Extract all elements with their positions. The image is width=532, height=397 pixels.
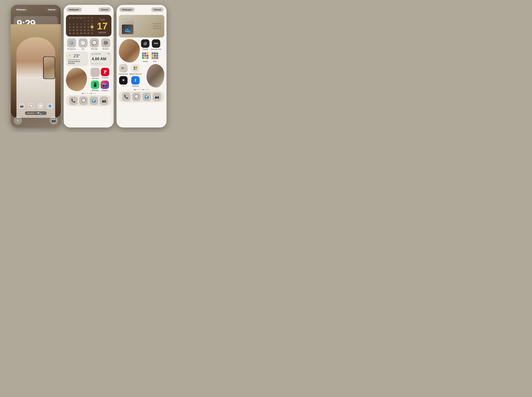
app-instagram[interactable]: 📷 Instagram: [101, 81, 109, 91]
dock-message[interactable]: 💬: [79, 97, 88, 105]
phone-in-hand-screen: [44, 57, 55, 79]
dock3-browser[interactable]: 🌍: [143, 93, 151, 101]
dot-active: [91, 93, 92, 94]
pinterest-icon: 𝐏: [101, 68, 109, 76]
dock3-phone[interactable]: 📞: [122, 93, 130, 101]
app-x[interactable]: ✕ X: [119, 76, 128, 87]
threads-label: Threads: [142, 48, 148, 50]
whatsapp-label: WhatsApp: [91, 90, 99, 91]
banner-school-text: SCHOOL LOS: [121, 18, 134, 20]
phone2-person-blob: [66, 68, 87, 91]
instagram-label: Instagram: [101, 90, 108, 91]
message-label: Message: [91, 48, 98, 50]
app-threads[interactable]: @ Threads: [141, 39, 149, 50]
instagram-icon: 📷: [101, 81, 109, 89]
icon-message[interactable]: 💬: [28, 103, 34, 109]
dock-button-camera[interactable]: 📷: [49, 116, 58, 124]
username-pill: annarra ♪ +🌧️💻🎮: [25, 111, 47, 115]
c-label: C: [17, 119, 19, 122]
app-pengaturan[interactable]: ⚙️ Pengaturan: [67, 38, 76, 50]
app-blue[interactable]: Blue: [151, 51, 159, 62]
alarm-days: M S S R K J S: [92, 63, 109, 65]
phone1-top-bar: Wallpaper Selesai: [11, 5, 61, 14]
phone3-dock: 📞 💬 🌍 📷: [119, 91, 164, 102]
calendar-grid: SunMonTueWedThuFriSat 123 4567 8910 1112…: [68, 17, 94, 35]
dock-browser[interactable]: 🌍: [90, 97, 98, 105]
google-icon: [141, 51, 149, 60]
app-members[interactable]: Ⓜ Members: [101, 38, 110, 50]
google-label: Google: [143, 61, 148, 62]
phone3-row2: ⊗ Gaming Hub ✕ X A: [119, 64, 164, 87]
phone2-wallpaper-button[interactable]: Wallpaper: [66, 7, 82, 12]
phone1-bottom-icons: 📷 💬 ✉️ 🔷: [14, 103, 58, 109]
phone1-bottom-dock: C 📷: [14, 116, 58, 124]
calendar-day-number: 17: [97, 21, 108, 31]
dot3-lines: [134, 89, 136, 90]
app-pinterest[interactable]: 𝐏 Pinterest: [101, 68, 109, 79]
app-jam[interactable]: 🕐 Jam: [79, 38, 88, 50]
dock-camera[interactable]: 📷: [100, 97, 108, 105]
x-icon: ✕: [119, 76, 127, 85]
camera-icon: 📷: [52, 118, 56, 123]
x-label: X: [123, 85, 124, 87]
weather-description: Sebagian Besar Berawan: [68, 61, 86, 64]
alarm-time: 4.00 AM: [92, 57, 109, 61]
calendar-header: SunMonTueWedThuFriSat: [68, 17, 94, 19]
message-icon: 💬: [90, 38, 99, 47]
app-facebook[interactable]: f Facebook: [129, 76, 142, 87]
app-google[interactable]: Google: [141, 51, 149, 62]
app-samsung-free[interactable]: FREE Samsung Free: [151, 39, 161, 50]
app-whatsapp[interactable]: 📱 WhatsApp: [91, 81, 99, 91]
phone1-wallpaper-button[interactable]: Wallpaper: [14, 7, 29, 12]
phone1-done-button[interactable]: Selesai: [45, 7, 58, 12]
dot3-6: [148, 89, 149, 90]
app-samsung[interactable]: Samsung: [91, 68, 100, 79]
phone-3: Wallpaper Selesai SCHOOL LOS 👟 KITAJIMA …: [117, 5, 167, 128]
phone3-top-bar: Wallpaper Selesai: [117, 5, 167, 14]
phone2-apps-row1: ⚙️ Pengaturan 🕐 Jam 💬 Message Ⓜ Members: [64, 37, 114, 50]
pengaturan-icon: ⚙️: [67, 38, 76, 47]
phone3-wallpaper-button[interactable]: Wallpaper: [120, 7, 135, 12]
icon-mail[interactable]: ✉️: [37, 103, 43, 109]
weather-temperature: 23°: [73, 53, 80, 58]
phone3-left-apps: ⊗ Gaming Hub ✕ X: [119, 64, 128, 87]
samsung-free-label: Samsung Free: [151, 48, 161, 50]
pengaturan-label: Pengaturan: [67, 48, 76, 50]
app-gaming-hub[interactable]: ⊗ Gaming Hub: [119, 64, 128, 75]
calendar-widget: SunMonTueWedThuFriSat 123 4567 8910 1112…: [66, 15, 111, 37]
dot3-5: [146, 89, 147, 90]
banner-right-col: KITAJIMA SHISPECIAL EV2018.3.13 TU: [134, 23, 162, 30]
icon-camera-flip[interactable]: 📷: [19, 103, 25, 109]
dock3-message[interactable]: 💬: [132, 93, 141, 101]
app-microsoft[interactable]: Aplikasi Microsoft: [129, 64, 142, 75]
pinterest-label: Pinterest: [102, 77, 108, 79]
dock-phone[interactable]: 📞: [69, 97, 78, 105]
dot3-1: [137, 89, 138, 90]
icon-extra[interactable]: 🔷: [47, 103, 53, 109]
weather-widget[interactable]: ⛅ 23° Kota Bandung Sebagian Besar Berawa…: [66, 51, 88, 66]
banner-left-col: SCHOOL LOS 👟: [121, 18, 134, 34]
samsung-label: Samsung: [92, 77, 98, 79]
dot3-active: [143, 89, 144, 90]
members-label: Members: [102, 48, 109, 50]
app-message[interactable]: 💬 Message: [90, 38, 99, 50]
alarm-set-info: 🛏 10.00 PM ⏰: [92, 53, 109, 55]
phone2-done-button[interactable]: Selesai: [98, 7, 111, 12]
dot-3: [89, 93, 90, 94]
phone2-apps-col: Samsung 𝐏 Pinterest 📱 WhatsApp 📷 Instagr…: [89, 68, 111, 91]
phone3-done-button[interactable]: Selesai: [151, 7, 164, 12]
apps-col-row1: Samsung 𝐏 Pinterest: [89, 68, 111, 79]
calendar-month-year: 08/2024: [98, 31, 106, 34]
dock3-camera[interactable]: 📷: [153, 93, 161, 101]
alarm-widget[interactable]: 🛏 10.00 PM ⏰ 4.00 AM M S S R K J S: [90, 51, 111, 66]
phone-1: Wallpaper Selesai 9:29 Sab, 17 Agu ☁️ 23…: [11, 5, 61, 128]
phone2-dock: 📞 💬 🌍 📷: [66, 95, 111, 106]
icons-right-row1: @ Threads FREE Samsung Free: [141, 39, 164, 50]
calendar-right-display: Sab 17 08/2024: [96, 17, 109, 35]
phone3-middle-apps: Aplikasi Microsoft f Facebook: [129, 64, 142, 87]
dot-4: [93, 93, 94, 94]
phone2-top-bar: Wallpaper Selesai: [64, 5, 114, 14]
dot-5: [95, 93, 96, 94]
jam-label: Jam: [81, 48, 85, 50]
dock-button-c[interactable]: C: [14, 116, 22, 124]
